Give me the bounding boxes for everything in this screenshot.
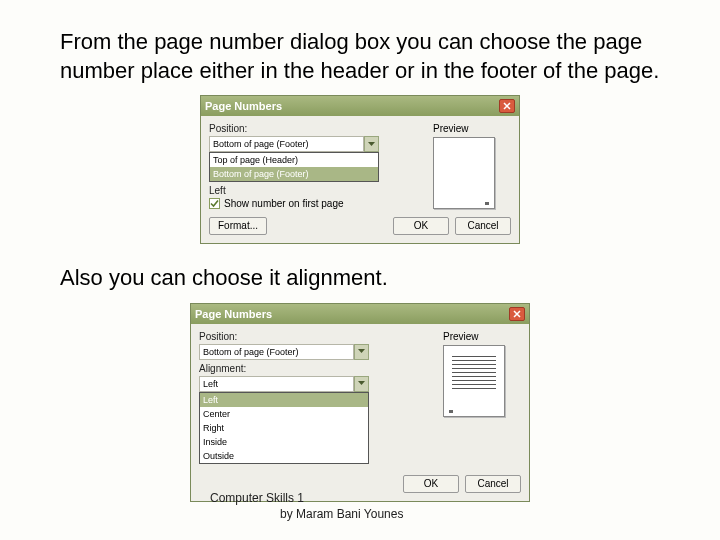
position-label: Position: [209,123,425,134]
alignment-dropdown-list[interactable]: Left Center Right Inside Outside [199,392,369,464]
alignment-value: Left [199,376,354,392]
position-value: Bottom of page (Footer) [199,344,354,360]
ok-button[interactable]: OK [393,217,449,235]
list-item[interactable]: Inside [200,435,368,449]
list-item[interactable]: Left [200,393,368,407]
dialog2-titlebar: Page Numbers [191,304,529,324]
list-item[interactable]: Right [200,421,368,435]
list-item[interactable]: Center [200,407,368,421]
preview-page [443,345,505,417]
intro-paragraph-1: From the page number dialog box you can … [0,28,720,85]
alignment-combobox[interactable]: Left [199,376,369,392]
position-value: Bottom of page (Footer) [209,136,364,152]
slide-footer: Computer Skills 1 by Maram Bani Younes [210,490,403,522]
page-numbers-dialog-1: Page Numbers Position: Bottom of page (F… [200,95,520,244]
position-combobox[interactable]: Bottom of page (Footer) [209,136,379,152]
dialog1-container: Page Numbers Position: Bottom of page (F… [0,95,720,244]
leftover-label: Left [209,185,425,196]
position-combobox[interactable]: Bottom of page (Footer) [199,344,369,360]
cancel-button[interactable]: Cancel [455,217,511,235]
dialog2-container: Page Numbers Position: Bottom of page (F… [0,303,720,502]
dialog1-title: Page Numbers [205,100,282,112]
position-dropdown-list[interactable]: Top of page (Header) Bottom of page (Foo… [209,152,379,182]
format-button[interactable]: Format... [209,217,267,235]
preview-label: Preview [433,123,511,134]
close-icon[interactable] [509,307,525,321]
preview-label: Preview [443,331,521,342]
list-item[interactable]: Top of page (Header) [210,153,378,167]
cancel-button[interactable]: Cancel [465,475,521,493]
intro-paragraph-2: Also you can choose it alignment. [0,264,720,293]
list-item[interactable]: Bottom of page (Footer) [210,167,378,181]
chevron-down-icon[interactable] [354,344,369,360]
show-first-page-checkbox[interactable] [209,198,220,209]
close-icon[interactable] [499,99,515,113]
alignment-label: Alignment: [199,363,435,374]
dialog1-titlebar: Page Numbers [201,96,519,116]
position-label: Position: [199,331,435,342]
list-item[interactable]: Outside [200,449,368,463]
chevron-down-icon[interactable] [364,136,379,152]
chevron-down-icon[interactable] [354,376,369,392]
dialog2-title: Page Numbers [195,308,272,320]
footer-line-2: by Maram Bani Younes [210,506,403,522]
checkbox-label: Show number on first page [224,198,344,209]
footer-line-1: Computer Skills 1 [210,490,403,506]
preview-page [433,137,495,209]
page-numbers-dialog-2: Page Numbers Position: Bottom of page (F… [190,303,530,502]
ok-button[interactable]: OK [403,475,459,493]
